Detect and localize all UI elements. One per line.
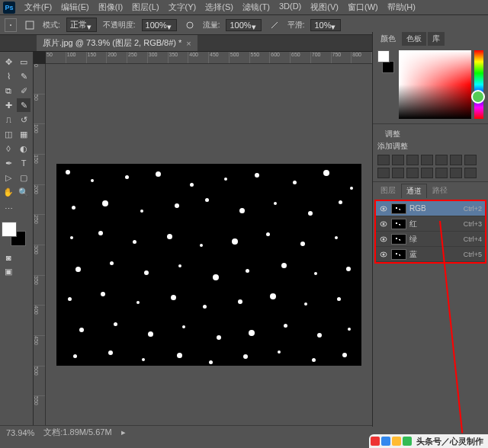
channel-name: 蓝 bbox=[409, 249, 461, 260]
channelmixer-adj-icon[interactable] bbox=[406, 168, 419, 178]
pressure-opacity-icon[interactable] bbox=[183, 18, 197, 32]
crop-tool-icon[interactable]: ⧉ bbox=[2, 84, 15, 98]
toolbox: ✥ ▭ ⌇ ✎ ⧉ ✐ ✚ ✎ ⎍ ↺ ◫ ▦ ◊ ◐ ✒ T ▷ ▢ ✋ 🔍 … bbox=[0, 52, 34, 427]
zoom-level[interactable]: 73.94% bbox=[6, 428, 34, 437]
curves-adj-icon[interactable] bbox=[406, 155, 419, 165]
hue-slider[interactable] bbox=[474, 50, 483, 119]
channel-row[interactable]: 蓝Ctrl+5 bbox=[376, 247, 485, 262]
photofilter-adj-icon[interactable] bbox=[392, 168, 404, 178]
panels-dock: 颜色 色板 库 调整 添加调整 bbox=[372, 32, 488, 427]
pen-tool-icon[interactable]: ✒ bbox=[2, 156, 15, 170]
move-tool-icon[interactable]: ✥ bbox=[2, 55, 15, 69]
exposure-adj-icon[interactable] bbox=[421, 155, 433, 165]
watermark: 头条号／心灵制作 bbox=[369, 434, 488, 448]
layers-tab[interactable]: 图层 bbox=[376, 184, 400, 198]
type-tool-icon[interactable]: T bbox=[17, 156, 30, 170]
brush-panel-icon[interactable] bbox=[23, 18, 37, 32]
eyedropper-tool-icon[interactable]: ✐ bbox=[17, 84, 30, 98]
channel-row[interactable]: 绿Ctrl+4 bbox=[376, 232, 485, 247]
svg-point-0 bbox=[10, 24, 11, 26]
visibility-eye-icon[interactable] bbox=[379, 235, 388, 244]
opacity-input[interactable]: 100%▾ bbox=[142, 19, 177, 31]
shape-tool-icon[interactable]: ▢ bbox=[17, 171, 30, 184]
channel-name: 绿 bbox=[409, 234, 461, 245]
menu-item[interactable]: 帮助(H) bbox=[383, 2, 420, 13]
vertical-ruler: 050100150200250300350400450500550 bbox=[34, 64, 46, 427]
menu-item[interactable]: 图像(I) bbox=[94, 2, 127, 13]
brush-tool-icon[interactable]: ✎ bbox=[17, 98, 30, 112]
quick-mask-icon[interactable]: ◙ bbox=[2, 251, 15, 264]
menu-item[interactable]: 视图(V) bbox=[306, 2, 343, 13]
color-tab[interactable]: 颜色 bbox=[376, 32, 400, 46]
quick-select-tool-icon[interactable]: ✎ bbox=[17, 69, 30, 83]
blur-tool-icon[interactable]: ◊ bbox=[2, 142, 15, 155]
color-spectrum[interactable] bbox=[399, 50, 471, 119]
marquee-tool-icon[interactable]: ▭ bbox=[17, 55, 30, 69]
zoom-tool-icon[interactable]: 🔍 bbox=[17, 185, 30, 199]
eraser-tool-icon[interactable]: ◫ bbox=[2, 127, 15, 141]
menu-item[interactable]: 文件(F) bbox=[20, 2, 56, 13]
hand-tool-icon[interactable]: ✋ bbox=[2, 185, 15, 199]
blend-mode-label: 模式: bbox=[43, 20, 60, 30]
hue-adj-icon[interactable] bbox=[450, 155, 462, 165]
menu-item[interactable]: 图层(L) bbox=[127, 2, 163, 13]
colorbalance-adj-icon[interactable] bbox=[464, 155, 477, 165]
airbrush-icon[interactable] bbox=[268, 18, 281, 32]
swatches-tab[interactable]: 色板 bbox=[402, 32, 426, 46]
flow-input[interactable]: 100%▾ bbox=[226, 19, 261, 31]
healing-tool-icon[interactable]: ✚ bbox=[2, 98, 15, 112]
gradient-tool-icon[interactable]: ▦ bbox=[17, 127, 30, 141]
menu-item[interactable]: 文字(Y) bbox=[164, 2, 201, 13]
channel-thumbnail bbox=[391, 219, 406, 229]
posterize-adj-icon[interactable] bbox=[450, 168, 462, 178]
adjustment-icons bbox=[377, 155, 483, 165]
menu-item[interactable]: 3D(D) bbox=[274, 2, 306, 13]
colorlookup-adj-icon[interactable] bbox=[421, 168, 433, 178]
smoothing-label: 平滑: bbox=[287, 20, 305, 30]
visibility-eye-icon[interactable] bbox=[379, 204, 388, 213]
adjustments-tab[interactable]: 调整 bbox=[380, 127, 405, 141]
blend-mode-select[interactable]: 正常▾ bbox=[66, 18, 97, 32]
channel-row[interactable]: RGBCtrl+2 bbox=[376, 201, 485, 216]
channel-name: 红 bbox=[409, 219, 461, 229]
paths-tab[interactable]: 路径 bbox=[428, 184, 452, 198]
smoothing-input[interactable]: 10%▾ bbox=[310, 19, 341, 31]
document-canvas[interactable] bbox=[56, 164, 361, 366]
status-arrow-icon[interactable]: ▸ bbox=[121, 427, 126, 437]
stamp-tool-icon[interactable]: ⎍ bbox=[2, 113, 15, 126]
channel-shortcut: Ctrl+2 bbox=[464, 205, 482, 213]
panel-color-swatch[interactable] bbox=[377, 50, 396, 76]
menu-item[interactable]: 滤镜(T) bbox=[238, 2, 274, 13]
color-swatch[interactable] bbox=[2, 222, 26, 246]
libraries-tab[interactable]: 库 bbox=[428, 32, 445, 46]
channel-row[interactable]: 红Ctrl+3 bbox=[376, 216, 485, 232]
svg-rect-1 bbox=[26, 21, 34, 29]
dodge-tool-icon[interactable]: ◐ bbox=[17, 142, 30, 155]
color-slider-knob[interactable] bbox=[471, 90, 485, 104]
menu-item[interactable]: 选择(S) bbox=[201, 2, 238, 13]
bw-adj-icon[interactable] bbox=[377, 168, 390, 178]
status-bar: 73.94% 文档:1.89M/5.67M ▸ bbox=[0, 425, 372, 439]
flow-label: 流量: bbox=[203, 20, 220, 30]
menu-item[interactable]: 窗口(W) bbox=[343, 2, 383, 13]
edit-toolbar-icon[interactable]: ⋯ bbox=[2, 202, 15, 216]
invert-adj-icon[interactable] bbox=[435, 168, 448, 178]
levels-adj-icon[interactable] bbox=[392, 155, 404, 165]
visibility-eye-icon[interactable] bbox=[379, 219, 388, 229]
brush-preset-picker[interactable] bbox=[5, 18, 17, 32]
lasso-tool-icon[interactable]: ⌇ bbox=[2, 69, 15, 83]
foreground-color[interactable] bbox=[2, 222, 17, 237]
menu-item[interactable]: 编辑(E) bbox=[56, 2, 94, 13]
close-tab-icon[interactable]: × bbox=[186, 39, 191, 48]
history-brush-tool-icon[interactable]: ↺ bbox=[17, 113, 30, 126]
vibrance-adj-icon[interactable] bbox=[435, 155, 448, 165]
brightness-adj-icon[interactable] bbox=[377, 155, 390, 165]
channel-shortcut: Ctrl+5 bbox=[464, 251, 482, 258]
wm-icon-4 bbox=[403, 437, 412, 446]
visibility-eye-icon[interactable] bbox=[379, 250, 388, 259]
channels-tab[interactable]: 通道 bbox=[401, 184, 427, 198]
path-select-tool-icon[interactable]: ▷ bbox=[2, 171, 15, 184]
threshold-adj-icon[interactable] bbox=[464, 168, 477, 178]
document-tab[interactable]: 原片.jpg @ 73.9% (图层 2, RGB/8#) * × bbox=[37, 35, 197, 51]
screen-mode-icon[interactable]: ▣ bbox=[2, 264, 15, 278]
